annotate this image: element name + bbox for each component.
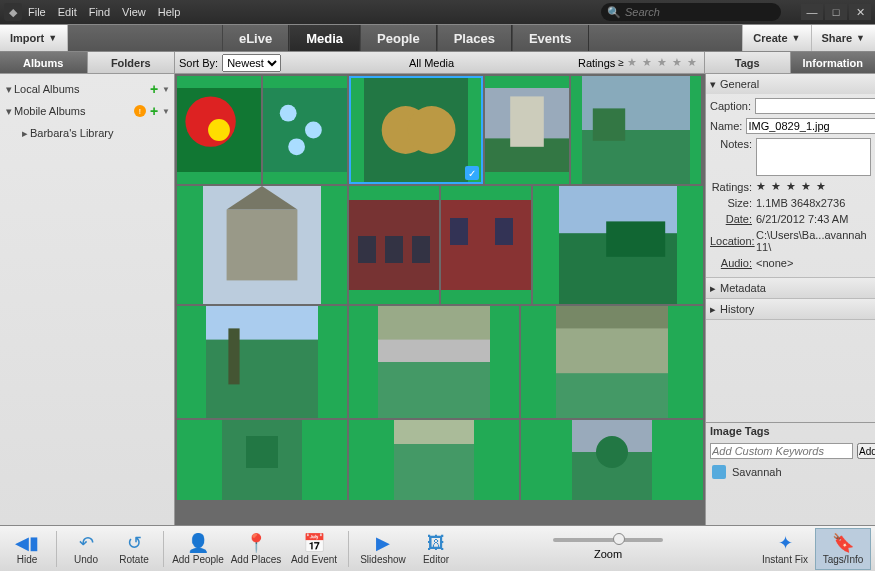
close-button[interactable]: ✕ — [849, 4, 871, 20]
thumbnail[interactable] — [349, 420, 519, 500]
notes-input[interactable] — [756, 138, 871, 176]
thumbnail[interactable] — [571, 76, 701, 184]
twisty-icon[interactable]: ▾ — [4, 105, 14, 118]
local-albums-header[interactable]: ▾ Local Albums + ▼ — [2, 78, 172, 100]
twisty-icon: ▸ — [710, 303, 716, 316]
ratings-filter-stars[interactable]: ★ ★ ★ ★ ★ — [627, 56, 698, 69]
twisty-icon[interactable]: ▾ — [4, 83, 14, 96]
maximize-button[interactable]: □ — [825, 4, 847, 20]
tag-item[interactable]: Savannah — [706, 461, 875, 483]
svg-rect-36 — [556, 373, 668, 418]
svg-rect-34 — [378, 306, 490, 340]
caption-input[interactable] — [755, 98, 875, 114]
chevron-down-icon[interactable]: ▼ — [162, 85, 170, 94]
tab-elive[interactable]: eLive — [222, 25, 289, 51]
svg-point-44 — [596, 436, 628, 468]
thumbnail[interactable] — [441, 186, 531, 304]
chevron-down-icon: ▼ — [48, 33, 57, 43]
instant-fix-button[interactable]: ✦Instant Fix — [757, 528, 813, 570]
tag-icon: 🔖 — [832, 532, 854, 554]
add-places-button[interactable]: 📍Add Places — [228, 528, 284, 570]
date-label[interactable]: Date: — [710, 213, 752, 225]
share-button[interactable]: Share▼ — [811, 25, 876, 51]
tab-media[interactable]: Media — [289, 25, 360, 51]
subtab-albums[interactable]: Albums — [0, 52, 88, 73]
thumbnail[interactable] — [177, 306, 347, 418]
tag-icon — [712, 465, 726, 479]
name-input[interactable] — [746, 118, 875, 134]
add-mobile-album-icon[interactable]: + — [146, 103, 162, 119]
minimize-button[interactable]: — — [801, 4, 823, 20]
thumbnail[interactable] — [177, 76, 261, 184]
general-header[interactable]: ▾General — [706, 74, 875, 94]
ratings-stars[interactable]: ★ ★ ★ ★ ★ — [756, 180, 871, 193]
search-input[interactable] — [625, 6, 775, 18]
subtab-tags[interactable]: Tags — [705, 52, 791, 73]
add-keyword-button[interactable]: Add — [857, 443, 875, 459]
thumbnail[interactable] — [521, 306, 703, 418]
thumbnail[interactable] — [177, 420, 347, 500]
chevron-down-icon[interactable]: ▼ — [162, 107, 170, 116]
thumbnail[interactable] — [263, 76, 347, 184]
twisty-icon[interactable]: ▸ — [20, 127, 30, 140]
menu-view[interactable]: View — [122, 6, 146, 18]
metadata-section: ▸Metadata — [706, 278, 875, 299]
create-button[interactable]: Create▼ — [742, 25, 810, 51]
editor-button[interactable]: 🖼Editor — [413, 528, 459, 570]
mobile-albums-label: Mobile Albums — [14, 105, 134, 117]
thumbnail-selected[interactable]: ✓ — [349, 76, 483, 184]
thumbnail[interactable] — [349, 186, 439, 304]
undo-button[interactable]: ↶Undo — [63, 528, 109, 570]
mobile-albums-header[interactable]: ▾ Mobile Albums ! + ▼ — [2, 100, 172, 122]
search-box[interactable]: 🔍 — [601, 3, 781, 21]
thumbnail[interactable] — [521, 420, 703, 500]
svg-rect-20 — [358, 236, 376, 263]
audio-label[interactable]: Audio: — [710, 257, 752, 269]
slideshow-button[interactable]: ▶Slideshow — [355, 528, 411, 570]
subtab-information[interactable]: Information — [791, 52, 876, 73]
hide-panel-button[interactable]: ◀▮Hide — [4, 528, 50, 570]
rotate-button[interactable]: ↺Rotate — [111, 528, 157, 570]
image-tags-panel: Image Tags Add Savannah — [706, 422, 875, 525]
album-sidebar: ▾ Local Albums + ▼ ▾ Mobile Albums ! + ▼… — [0, 74, 175, 525]
add-event-button[interactable]: 📅Add Event — [286, 528, 342, 570]
thumbnail[interactable] — [533, 186, 703, 304]
history-header[interactable]: ▸History — [706, 299, 875, 319]
zoom-slider[interactable]: Zoom — [548, 538, 668, 560]
svg-point-1 — [185, 96, 235, 146]
import-button[interactable]: Import▼ — [0, 25, 68, 51]
mobile-album-item[interactable]: ▸ Barbara's Library — [2, 122, 172, 144]
thumbnail[interactable] — [485, 76, 569, 184]
tab-people[interactable]: People — [360, 25, 437, 51]
mobile-album-label: Barbara's Library — [30, 127, 170, 139]
twisty-icon: ▸ — [710, 282, 716, 295]
size-value: 1.1MB 3648x2736 — [756, 197, 871, 209]
tab-events[interactable]: Events — [512, 25, 589, 51]
add-keyword-input[interactable] — [710, 443, 853, 459]
add-local-album-icon[interactable]: + — [146, 81, 162, 97]
metadata-header[interactable]: ▸Metadata — [706, 278, 875, 298]
name-label: Name: — [710, 120, 742, 132]
sortby-select[interactable]: Newest — [222, 54, 281, 72]
caption-label: Caption: — [710, 100, 751, 112]
zoom-knob[interactable] — [613, 533, 625, 545]
add-people-button[interactable]: 👤Add People — [170, 528, 226, 570]
checkmark-icon: ✓ — [465, 166, 479, 180]
notes-label: Notes: — [710, 138, 752, 150]
thumbnail[interactable] — [177, 186, 347, 304]
tab-places[interactable]: Places — [437, 25, 512, 51]
menu-find[interactable]: Find — [89, 6, 110, 18]
tags-info-button[interactable]: 🔖Tags/Info — [815, 528, 871, 570]
thumbnail[interactable] — [349, 306, 519, 418]
ratings-op[interactable]: ≥ — [618, 57, 624, 68]
menu-edit[interactable]: Edit — [58, 6, 77, 18]
location-label[interactable]: Location: — [710, 235, 752, 247]
svg-rect-33 — [378, 362, 490, 418]
play-icon: ▶ — [376, 532, 390, 554]
ratings-label: Ratings: — [710, 181, 752, 193]
subtab-folders[interactable]: Folders — [88, 52, 176, 73]
menu-file[interactable]: File — [28, 6, 46, 18]
media-grid[interactable]: ✓ — [175, 74, 705, 525]
allmedia-label: All Media — [285, 57, 578, 69]
menu-help[interactable]: Help — [158, 6, 181, 18]
